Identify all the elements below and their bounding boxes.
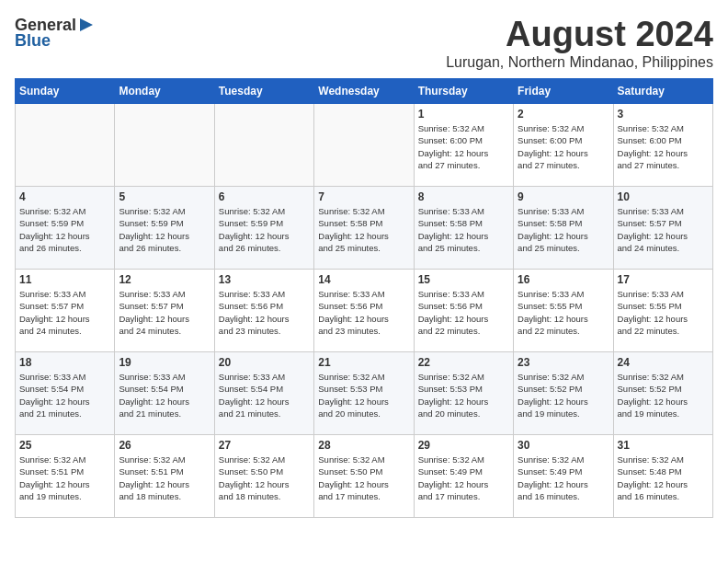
day-number: 7 bbox=[318, 190, 409, 203]
cell-content: Sunrise: 5:32 AM Sunset: 5:51 PM Dayligh… bbox=[19, 454, 110, 502]
calendar-cell: 20Sunrise: 5:33 AM Sunset: 5:54 PM Dayli… bbox=[214, 352, 313, 435]
calendar-cell: 3Sunrise: 5:32 AM Sunset: 6:00 PM Daylig… bbox=[613, 104, 712, 187]
day-number: 3 bbox=[618, 108, 709, 121]
cell-content: Sunrise: 5:32 AM Sunset: 5:51 PM Dayligh… bbox=[119, 454, 210, 502]
calendar-cell bbox=[214, 104, 313, 187]
cell-content: Sunrise: 5:32 AM Sunset: 5:53 PM Dayligh… bbox=[418, 371, 509, 419]
calendar-cell: 25Sunrise: 5:32 AM Sunset: 5:51 PM Dayli… bbox=[16, 435, 115, 518]
day-number: 4 bbox=[19, 190, 110, 203]
day-number: 28 bbox=[318, 439, 409, 452]
day-number: 24 bbox=[618, 356, 709, 369]
calendar-cell: 11Sunrise: 5:33 AM Sunset: 5:57 PM Dayli… bbox=[16, 270, 115, 352]
calendar-cell: 10Sunrise: 5:33 AM Sunset: 5:57 PM Dayli… bbox=[613, 187, 712, 270]
calendar-week-1: 1Sunrise: 5:32 AM Sunset: 6:00 PM Daylig… bbox=[16, 104, 713, 187]
calendar-cell: 9Sunrise: 5:33 AM Sunset: 5:58 PM Daylig… bbox=[514, 187, 613, 270]
cell-content: Sunrise: 5:33 AM Sunset: 5:56 PM Dayligh… bbox=[418, 288, 509, 337]
cell-content: Sunrise: 5:33 AM Sunset: 5:56 PM Dayligh… bbox=[318, 288, 409, 337]
day-number: 18 bbox=[19, 356, 110, 369]
cell-content: Sunrise: 5:32 AM Sunset: 6:00 PM Dayligh… bbox=[618, 122, 709, 171]
day-number: 2 bbox=[518, 108, 609, 121]
calendar-cell: 28Sunrise: 5:32 AM Sunset: 5:50 PM Dayli… bbox=[314, 435, 414, 518]
calendar-cell: 15Sunrise: 5:33 AM Sunset: 5:56 PM Dayli… bbox=[414, 270, 513, 352]
location-text: Lurugan, Northern Mindanao, Philippines bbox=[446, 54, 713, 71]
cell-content: Sunrise: 5:33 AM Sunset: 5:55 PM Dayligh… bbox=[518, 288, 609, 337]
day-number: 6 bbox=[219, 190, 310, 203]
cell-content: Sunrise: 5:33 AM Sunset: 5:58 PM Dayligh… bbox=[518, 205, 609, 254]
calendar-header: SundayMondayTuesdayWednesdayThursdayFrid… bbox=[16, 79, 713, 104]
day-number: 20 bbox=[219, 356, 310, 369]
calendar-week-5: 25Sunrise: 5:32 AM Sunset: 5:51 PM Dayli… bbox=[16, 435, 713, 518]
cell-content: Sunrise: 5:33 AM Sunset: 5:57 PM Dayligh… bbox=[19, 288, 110, 337]
calendar-cell: 14Sunrise: 5:33 AM Sunset: 5:56 PM Dayli… bbox=[314, 270, 414, 352]
calendar-cell: 13Sunrise: 5:33 AM Sunset: 5:56 PM Dayli… bbox=[214, 270, 313, 352]
calendar-cell: 22Sunrise: 5:32 AM Sunset: 5:53 PM Dayli… bbox=[414, 352, 513, 435]
calendar-cell: 30Sunrise: 5:32 AM Sunset: 5:49 PM Dayli… bbox=[514, 435, 613, 518]
calendar-cell: 8Sunrise: 5:33 AM Sunset: 5:58 PM Daylig… bbox=[414, 187, 513, 270]
page-header: General Blue August 2024 Lurugan, Northe… bbox=[15, 15, 713, 71]
day-number: 23 bbox=[518, 356, 609, 369]
cell-content: Sunrise: 5:32 AM Sunset: 5:48 PM Dayligh… bbox=[618, 454, 709, 502]
day-number: 8 bbox=[418, 190, 509, 203]
header-row: SundayMondayTuesdayWednesdayThursdayFrid… bbox=[16, 79, 713, 104]
calendar-cell: 18Sunrise: 5:33 AM Sunset: 5:54 PM Dayli… bbox=[16, 352, 115, 435]
calendar-cell: 26Sunrise: 5:32 AM Sunset: 5:51 PM Dayli… bbox=[115, 435, 214, 518]
calendar-cell: 31Sunrise: 5:32 AM Sunset: 5:48 PM Dayli… bbox=[613, 435, 712, 518]
day-number: 11 bbox=[19, 273, 110, 286]
svg-marker-0 bbox=[80, 18, 93, 31]
cell-content: Sunrise: 5:32 AM Sunset: 5:49 PM Dayligh… bbox=[518, 454, 609, 502]
day-number: 15 bbox=[418, 273, 509, 286]
calendar-cell: 29Sunrise: 5:32 AM Sunset: 5:49 PM Dayli… bbox=[414, 435, 513, 518]
cell-content: Sunrise: 5:33 AM Sunset: 5:56 PM Dayligh… bbox=[219, 288, 310, 337]
title-section: August 2024 Lurugan, Northern Mindanao, … bbox=[446, 15, 713, 71]
day-number: 25 bbox=[19, 439, 110, 452]
cell-content: Sunrise: 5:33 AM Sunset: 5:57 PM Dayligh… bbox=[119, 288, 210, 337]
month-title: August 2024 bbox=[446, 15, 713, 54]
header-day-sunday: Sunday bbox=[16, 79, 115, 104]
logo-icon bbox=[76, 15, 97, 35]
cell-content: Sunrise: 5:33 AM Sunset: 5:54 PM Dayligh… bbox=[219, 371, 310, 419]
cell-content: Sunrise: 5:33 AM Sunset: 5:57 PM Dayligh… bbox=[618, 205, 709, 254]
calendar-cell: 7Sunrise: 5:32 AM Sunset: 5:58 PM Daylig… bbox=[314, 187, 414, 270]
calendar-week-4: 18Sunrise: 5:33 AM Sunset: 5:54 PM Dayli… bbox=[16, 352, 713, 435]
calendar-cell: 1Sunrise: 5:32 AM Sunset: 6:00 PM Daylig… bbox=[414, 104, 513, 187]
cell-content: Sunrise: 5:32 AM Sunset: 6:00 PM Dayligh… bbox=[518, 122, 609, 171]
cell-content: Sunrise: 5:32 AM Sunset: 5:58 PM Dayligh… bbox=[318, 205, 409, 254]
calendar-cell: 4Sunrise: 5:32 AM Sunset: 5:59 PM Daylig… bbox=[16, 187, 115, 270]
logo-blue-text: Blue bbox=[15, 31, 51, 51]
header-day-thursday: Thursday bbox=[414, 79, 513, 104]
day-number: 5 bbox=[119, 190, 210, 203]
day-number: 10 bbox=[618, 190, 709, 203]
day-number: 13 bbox=[219, 273, 310, 286]
calendar-cell: 21Sunrise: 5:32 AM Sunset: 5:53 PM Dayli… bbox=[314, 352, 414, 435]
cell-content: Sunrise: 5:32 AM Sunset: 5:59 PM Dayligh… bbox=[219, 205, 310, 254]
calendar-cell bbox=[115, 104, 214, 187]
header-day-tuesday: Tuesday bbox=[214, 79, 313, 104]
day-number: 12 bbox=[119, 273, 210, 286]
calendar-cell: 27Sunrise: 5:32 AM Sunset: 5:50 PM Dayli… bbox=[214, 435, 313, 518]
day-number: 9 bbox=[518, 190, 609, 203]
calendar-week-3: 11Sunrise: 5:33 AM Sunset: 5:57 PM Dayli… bbox=[16, 270, 713, 352]
logo: General Blue bbox=[15, 15, 97, 51]
calendar-cell: 19Sunrise: 5:33 AM Sunset: 5:54 PM Dayli… bbox=[115, 352, 214, 435]
calendar-cell bbox=[314, 104, 414, 187]
calendar-cell: 17Sunrise: 5:33 AM Sunset: 5:55 PM Dayli… bbox=[613, 270, 712, 352]
cell-content: Sunrise: 5:32 AM Sunset: 5:52 PM Dayligh… bbox=[618, 371, 709, 419]
header-day-friday: Friday bbox=[514, 79, 613, 104]
header-day-saturday: Saturday bbox=[613, 79, 712, 104]
calendar-cell: 23Sunrise: 5:32 AM Sunset: 5:52 PM Dayli… bbox=[514, 352, 613, 435]
cell-content: Sunrise: 5:33 AM Sunset: 5:54 PM Dayligh… bbox=[119, 371, 210, 419]
cell-content: Sunrise: 5:33 AM Sunset: 5:58 PM Dayligh… bbox=[418, 205, 509, 254]
day-number: 22 bbox=[418, 356, 509, 369]
cell-content: Sunrise: 5:32 AM Sunset: 5:59 PM Dayligh… bbox=[19, 205, 110, 254]
cell-content: Sunrise: 5:32 AM Sunset: 5:53 PM Dayligh… bbox=[318, 371, 409, 419]
calendar-cell: 12Sunrise: 5:33 AM Sunset: 5:57 PM Dayli… bbox=[115, 270, 214, 352]
cell-content: Sunrise: 5:32 AM Sunset: 5:59 PM Dayligh… bbox=[119, 205, 210, 254]
cell-content: Sunrise: 5:32 AM Sunset: 5:52 PM Dayligh… bbox=[518, 371, 609, 419]
cell-content: Sunrise: 5:32 AM Sunset: 6:00 PM Dayligh… bbox=[418, 122, 509, 171]
cell-content: Sunrise: 5:32 AM Sunset: 5:50 PM Dayligh… bbox=[219, 454, 310, 502]
header-day-monday: Monday bbox=[115, 79, 214, 104]
calendar-cell: 6Sunrise: 5:32 AM Sunset: 5:59 PM Daylig… bbox=[214, 187, 313, 270]
day-number: 14 bbox=[318, 273, 409, 286]
day-number: 31 bbox=[618, 439, 709, 452]
calendar-cell: 16Sunrise: 5:33 AM Sunset: 5:55 PM Dayli… bbox=[514, 270, 613, 352]
